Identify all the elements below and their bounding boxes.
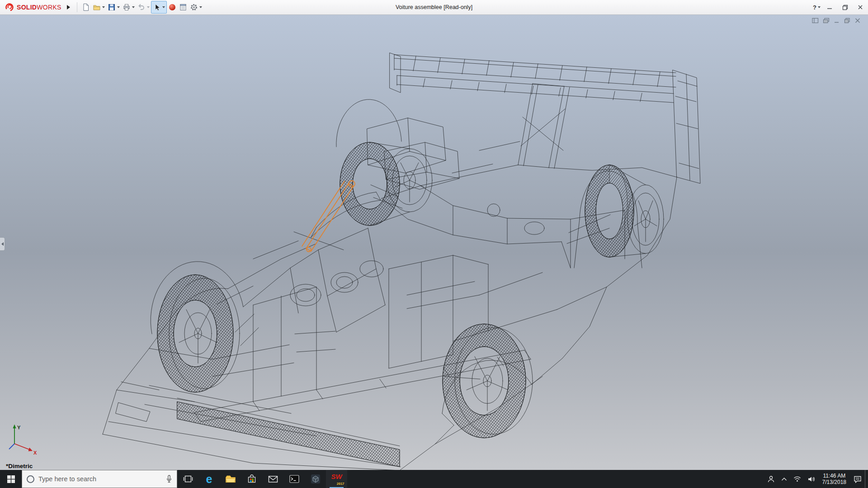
view-orientation-label: *Dimetric bbox=[6, 463, 33, 469]
solidworks-logo: SOLIDWORKS bbox=[0, 2, 65, 12]
save-floppy-icon bbox=[108, 3, 116, 11]
chevron-up-icon bbox=[781, 477, 787, 481]
clock-time: 11:46 AM bbox=[823, 473, 845, 479]
edge-button[interactable]: e bbox=[198, 470, 220, 488]
triad-y-label: Y bbox=[17, 425, 21, 430]
restore-icon bbox=[842, 5, 848, 10]
menu-flyout-arrow-icon[interactable] bbox=[67, 5, 70, 9]
start-button[interactable] bbox=[0, 470, 22, 488]
open-folder-icon bbox=[93, 3, 101, 11]
edge-icon: e bbox=[206, 474, 212, 485]
graphics-viewport[interactable]: Y X *Dimetric bbox=[0, 15, 868, 470]
taskbar-clock[interactable]: 11:46 AM 7/13/2018 bbox=[818, 470, 850, 488]
minimize-document-icon[interactable] bbox=[834, 18, 840, 23]
app-titlebar: SOLIDWORKS bbox=[0, 0, 868, 15]
open-dropdown-arrow[interactable] bbox=[102, 6, 105, 8]
new-document-icon bbox=[82, 3, 90, 11]
new-document-button[interactable] bbox=[80, 1, 91, 14]
options-gear-icon bbox=[190, 3, 198, 11]
task-view-icon bbox=[183, 475, 193, 483]
volume-button[interactable] bbox=[804, 470, 818, 488]
appearance-sphere-icon bbox=[168, 3, 176, 11]
brand-text-solid: SOLID bbox=[17, 4, 37, 11]
people-icon bbox=[767, 475, 775, 483]
help-button[interactable]: ? bbox=[811, 1, 822, 14]
minimize-window-button[interactable] bbox=[822, 0, 837, 15]
clock-date: 7/13/2018 bbox=[822, 479, 846, 485]
options-button[interactable] bbox=[189, 1, 203, 14]
command-prompt-button[interactable] bbox=[283, 470, 305, 488]
taskbar-search[interactable] bbox=[22, 470, 177, 488]
network-button[interactable] bbox=[790, 470, 804, 488]
solidworks-taskbar-button[interactable]: SW 2017 bbox=[326, 470, 347, 488]
show-desktop-button[interactable] bbox=[865, 470, 868, 488]
action-center-icon bbox=[854, 475, 862, 483]
brand-text-works: WORKS bbox=[37, 4, 61, 11]
select-cursor-icon bbox=[153, 3, 161, 11]
hidden-icons-button[interactable] bbox=[778, 470, 790, 488]
mail-button[interactable] bbox=[262, 470, 283, 488]
print-button[interactable] bbox=[121, 1, 136, 14]
options-dropdown-arrow[interactable] bbox=[199, 6, 202, 8]
select-tool-button[interactable] bbox=[151, 1, 167, 14]
dark-cube-app-button[interactable] bbox=[305, 470, 326, 488]
file-properties-button[interactable] bbox=[178, 1, 189, 14]
solidworks-logo-letters: SW bbox=[330, 472, 344, 481]
windows-logo-icon bbox=[7, 475, 15, 483]
help-label: ? bbox=[813, 4, 816, 11]
dock-pane-icon[interactable] bbox=[812, 18, 819, 23]
file-explorer-button[interactable] bbox=[220, 470, 241, 488]
open-button[interactable] bbox=[91, 1, 106, 14]
cortana-icon bbox=[27, 475, 34, 483]
store-icon bbox=[247, 474, 256, 483]
network-icon bbox=[793, 476, 801, 482]
close-document-icon[interactable] bbox=[854, 18, 861, 23]
search-input[interactable] bbox=[38, 475, 162, 483]
document-window-controls bbox=[812, 18, 861, 23]
print-icon bbox=[123, 3, 131, 11]
save-button[interactable] bbox=[106, 1, 121, 14]
restore-window-button[interactable] bbox=[837, 0, 853, 15]
close-window-button[interactable] bbox=[853, 0, 868, 15]
restore-document-icon[interactable] bbox=[844, 18, 850, 23]
solidworks-app-icon: SW 2017 bbox=[330, 472, 344, 486]
minimize-icon bbox=[827, 5, 832, 10]
people-button[interactable] bbox=[764, 470, 778, 488]
task-view-button[interactable] bbox=[177, 470, 198, 488]
undo-button[interactable] bbox=[136, 1, 151, 14]
toolbar-separator bbox=[77, 2, 77, 12]
file-properties-icon bbox=[179, 3, 187, 11]
brand-text: SOLIDWORKS bbox=[17, 4, 61, 11]
action-center-button[interactable] bbox=[850, 470, 865, 488]
print-dropdown-arrow[interactable] bbox=[132, 6, 135, 8]
windows-taskbar: e bbox=[0, 470, 868, 488]
solidworks-logo-icon bbox=[5, 2, 14, 12]
mail-icon bbox=[268, 475, 278, 483]
store-button[interactable] bbox=[241, 470, 262, 488]
close-icon bbox=[858, 5, 863, 10]
undo-dropdown-arrow[interactable] bbox=[147, 6, 150, 8]
select-dropdown-arrow[interactable] bbox=[162, 6, 165, 8]
dark-cube-app-icon bbox=[311, 474, 321, 484]
file-explorer-icon bbox=[225, 474, 236, 483]
undo-icon bbox=[137, 3, 146, 11]
cascade-windows-icon[interactable] bbox=[823, 18, 830, 23]
volume-icon bbox=[807, 476, 815, 483]
appearance-sphere-button[interactable] bbox=[167, 1, 178, 14]
system-tray: 11:46 AM 7/13/2018 bbox=[764, 470, 868, 488]
help-dropdown-arrow[interactable] bbox=[818, 6, 821, 8]
solidworks-year-badge: 2017 bbox=[337, 482, 344, 486]
orientation-triad: Y X bbox=[7, 423, 45, 459]
save-dropdown-arrow[interactable] bbox=[117, 6, 120, 8]
wireframe-car-model[interactable] bbox=[0, 15, 868, 470]
window-title: Voiture assemblee [Read-only] bbox=[396, 0, 472, 15]
command-prompt-icon bbox=[289, 475, 299, 483]
triad-x-label: X bbox=[33, 450, 37, 455]
microphone-icon[interactable] bbox=[166, 475, 172, 483]
